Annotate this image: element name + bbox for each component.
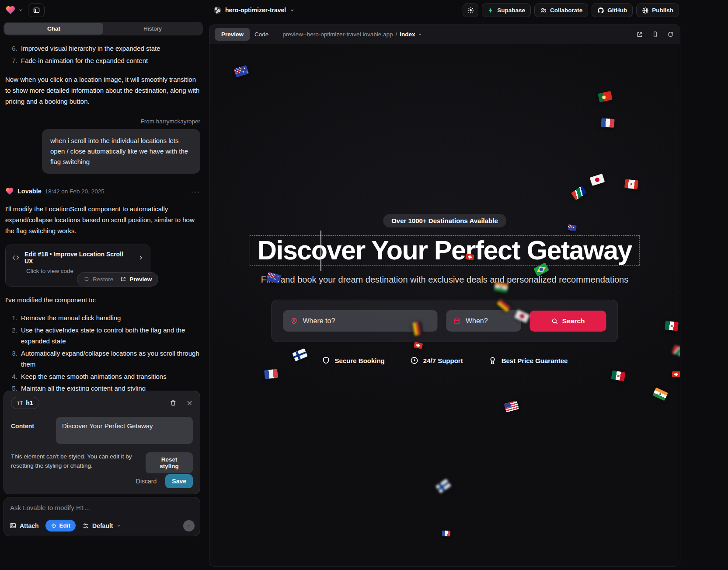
editor-header: ᴛT h1 <box>11 397 193 409</box>
tab-chat[interactable]: Chat <box>4 23 103 35</box>
reset-styling-button[interactable]: Reset styling <box>146 452 193 473</box>
flag-usa <box>504 400 519 412</box>
external-link-icon <box>636 31 643 38</box>
preview-panel: Preview Code preview--hero-optimizer-tra… <box>209 24 680 567</box>
refresh-preview-button[interactable] <box>667 31 674 38</box>
editor-actions: Discard Save <box>136 474 193 488</box>
list-item: Maintain all the existing content and st… <box>19 383 200 391</box>
chat-input[interactable]: Ask Lovable to modify H1... <box>10 504 194 511</box>
location-pin-icon <box>290 317 298 325</box>
element-tag-label: h1 <box>26 399 33 406</box>
flag-mexico <box>665 321 679 331</box>
flag-switzerland <box>414 342 423 349</box>
github-button[interactable]: GitHub <box>592 3 633 17</box>
supabase-button[interactable]: Supabase <box>482 3 531 17</box>
tab-code[interactable]: Code <box>250 28 273 41</box>
list-item: Use the activeIndex state to control bot… <box>19 325 200 347</box>
edit-mode-button[interactable]: Edit <box>45 520 76 532</box>
assistant-paragraph: I'll modify the LocationScroll component… <box>5 204 200 236</box>
flag-finland <box>435 479 451 493</box>
shield-icon <box>322 356 331 365</box>
flag-mexico <box>611 371 625 381</box>
project-name: hero-optimizer-travel <box>225 7 286 14</box>
where-input[interactable]: Where to? <box>283 310 438 332</box>
panel-left-icon <box>33 7 40 14</box>
save-button[interactable]: Save <box>165 474 193 488</box>
list-item: Improved visual hierarchy in the expande… <box>19 43 200 54</box>
discard-button[interactable]: Discard <box>136 478 157 485</box>
url-chevron-icon <box>418 32 422 37</box>
user-message-bubble: when i scroll into the individual locati… <box>42 129 200 174</box>
element-editor-panel: ᴛT h1 Content <box>3 391 200 494</box>
message-timestamp: 18:42 on Feb 20, 2025 <box>45 188 104 195</box>
refresh-icon <box>667 31 674 38</box>
edit-card[interactable]: Edit #18 • Improve Location Scroll UX Cl… <box>5 245 150 287</box>
selected-heading[interactable]: Discover Your Perfect Getaway <box>250 235 640 266</box>
top-bar: hero-optimizer-travel Supabase <box>0 0 728 20</box>
supabase-icon <box>488 7 494 14</box>
sliders-icon <box>82 522 89 529</box>
preview-edit-button[interactable]: Preview <box>120 276 152 283</box>
attach-button[interactable]: Attach <box>9 522 39 529</box>
close-editor-button[interactable] <box>186 399 193 406</box>
composer-toolbar: Attach Edit Defaul <box>9 520 195 532</box>
open-in-new-tab-button[interactable] <box>636 31 643 38</box>
assistant-paragraph: Now when you click on a location image, … <box>5 74 200 107</box>
award-icon <box>488 356 497 365</box>
tab-history[interactable]: History <box>103 23 202 35</box>
restore-button[interactable]: Restore <box>84 276 113 283</box>
restore-icon <box>84 276 90 282</box>
flag-france <box>264 369 278 379</box>
collaborate-button[interactable]: Collaborate <box>534 3 588 17</box>
feature-best-price: Best Price Guarantee <box>488 356 568 365</box>
assistant-steps-list: Remove the manual click handlingUse the … <box>5 312 200 391</box>
code-icon <box>12 254 20 262</box>
image-icon <box>9 522 17 529</box>
search-button[interactable]: Search <box>530 311 606 332</box>
content-input[interactable]: Discover Your Perfect Getaway <box>56 417 193 444</box>
mode-selector[interactable]: Default <box>82 522 121 529</box>
magnifier-icon <box>551 318 558 325</box>
assistant-name: Lovable <box>17 188 42 195</box>
flag-japan <box>590 174 605 186</box>
tab-preview[interactable]: Preview <box>215 28 250 41</box>
project-chevron-icon <box>290 8 295 13</box>
flag-finland <box>292 348 307 361</box>
chat-messages[interactable]: Improved visual hierarchy in the expande… <box>0 38 206 391</box>
publish-button[interactable]: Publish <box>636 3 679 17</box>
edit-card-header: Edit #18 • Improve Location Scroll UX <box>12 251 144 265</box>
chevron-right-icon <box>138 255 144 261</box>
flag-new-zealand <box>568 224 577 231</box>
list-item: Keep the same smooth animations and tran… <box>19 371 200 382</box>
logo-menu-chevron-icon[interactable] <box>18 8 23 12</box>
github-icon <box>597 7 604 14</box>
flag-south-africa <box>672 345 680 357</box>
target-icon <box>51 523 57 529</box>
lovable-heart-icon <box>5 187 14 196</box>
message-menu-button[interactable]: ··· <box>191 188 200 195</box>
when-input[interactable]: When? <box>446 310 521 332</box>
editor-note-row: This element can't be styled. You can ed… <box>11 452 193 473</box>
delete-element-button[interactable] <box>170 399 177 406</box>
preview-header: Preview Code preview--hero-optimizer-tra… <box>209 25 680 44</box>
preview-url[interactable]: preview--hero-optimizer-travel.lovable.a… <box>282 31 422 38</box>
globe-icon <box>642 7 649 14</box>
lovable-logo-icon[interactable] <box>5 5 16 15</box>
project-globe-icon <box>214 7 221 14</box>
preview-viewport[interactable]: Over 1000+ Destinations Available Discov… <box>209 44 680 566</box>
toggle-sidebar-button[interactable] <box>28 3 45 17</box>
edit-card-title: Edit #18 • Improve Location Scroll UX <box>24 251 133 265</box>
project-switcher[interactable]: hero-optimizer-travel <box>214 0 295 20</box>
mobile-view-button[interactable] <box>652 31 658 38</box>
from-label: From harrymckayroper <box>5 118 200 125</box>
clock-icon <box>410 356 419 365</box>
settings-button[interactable] <box>463 3 478 17</box>
feature-row: Secure Booking 24/7 Support Best Price G… <box>322 356 568 365</box>
element-tag-badge[interactable]: ᴛT h1 <box>11 397 39 409</box>
flag-france <box>442 531 450 537</box>
send-button[interactable]: ↑ <box>183 520 195 532</box>
composer: Ask Lovable to modify H1... Attach <box>3 497 200 536</box>
chevron-down-icon <box>116 523 121 528</box>
hero-subtitle: Find and book your dream destination wit… <box>261 275 628 285</box>
content-label: Content <box>11 417 56 444</box>
